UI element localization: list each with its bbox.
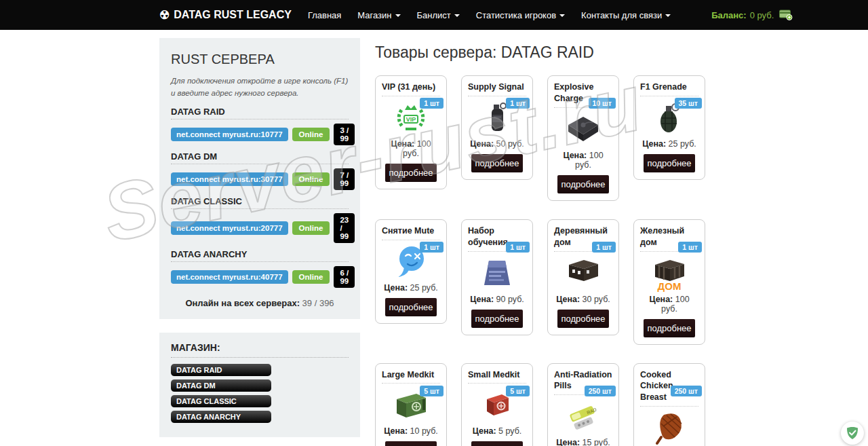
product-card: Железный домДОМ1 штЦена: 100 руб.подробн… xyxy=(633,219,705,345)
details-button[interactable]: подробнее xyxy=(385,164,437,182)
product-title: Large Medkit xyxy=(382,369,440,384)
price-label: Цена: xyxy=(556,438,580,446)
quantity-badge: 1 шт xyxy=(678,242,702,253)
navbar: ☢ DATAG RUST LEGACY ГлавнаяМагазинБанлис… xyxy=(0,0,868,30)
details-button[interactable]: подробнее xyxy=(471,154,523,172)
product-card: Anti-Radiation PillsRAD250 штЦена: 15 ру… xyxy=(547,363,619,446)
product-card: Набор обучения1 штЦена: 90 руб.подробнее xyxy=(461,219,533,335)
price-value: 10 руб. xyxy=(410,426,438,436)
servers-panel: RUST СЕРВЕРА Для подключения откройте в … xyxy=(159,38,360,319)
quantity-badge: 1 шт xyxy=(506,98,530,109)
quantity-badge: 1 шт xyxy=(420,98,443,109)
svg-text:ДОМ: ДОМ xyxy=(658,280,682,292)
product-title: Supply Signal xyxy=(468,81,526,96)
price-line: Цена: 10 руб. xyxy=(382,426,440,436)
connect-button[interactable]: net.connect myrust.ru:20777 xyxy=(171,221,288,235)
server-block: DATAG DMnet.connect myrust.ru:30777Onlin… xyxy=(171,151,349,190)
total-online-value: 39 / 396 xyxy=(302,298,334,308)
shop-server-button-3[interactable]: DATAG ANARCHY xyxy=(171,411,271,423)
shop-server-button-0[interactable]: DATAG RAID xyxy=(171,364,271,376)
iron-house-icon: ДОМ xyxy=(640,254,698,292)
server-block: DATAG CLASSICnet.connect myrust.ru:20777… xyxy=(171,196,349,243)
product-card: Small Medkit5 штЦена: 5 руб.подробнее xyxy=(461,363,533,446)
details-button[interactable]: подробнее xyxy=(471,310,523,328)
server-name: DATAG RAID xyxy=(171,107,349,119)
servers-panel-note: Для подключения откройте в игре консоль … xyxy=(171,75,349,100)
chevron-down-icon xyxy=(395,14,401,17)
site-logo[interactable]: ☢ DATAG RUST LEGACY xyxy=(159,9,292,21)
online-status-badge: Online xyxy=(292,221,330,235)
total-online: Онлайн на всех серверах: 39 / 396 xyxy=(171,298,349,308)
price-label: Цена: xyxy=(473,426,496,436)
svg-text:ДОМ: ДОМ xyxy=(572,280,595,292)
product-title: Small Medkit xyxy=(468,369,526,384)
server-name: DATAG DM xyxy=(171,151,349,164)
price-label: Цена: xyxy=(384,283,408,293)
connect-button[interactable]: net.connect myrust.ru:40777 xyxy=(171,270,288,284)
nav-item-label: Магазин xyxy=(357,10,391,20)
product-card: Деревянный домДОМ1 штЦена: 30 руб.подроб… xyxy=(547,219,619,335)
server-row: net.connect myrust.ru:10777Online3 / 99 xyxy=(171,124,349,145)
training-kit-icon xyxy=(468,254,526,292)
price-line: Цена: 50 руб. xyxy=(468,139,526,149)
product-card: F1 Grenade35 штЦена: 25 руб.подробнее xyxy=(633,75,705,180)
price-value: 30 руб. xyxy=(583,295,610,304)
shop-server-button-1[interactable]: DATAG DM xyxy=(171,379,271,392)
players-count-badge: 6 / 99 xyxy=(334,266,355,288)
nav-item-1[interactable]: Магазин xyxy=(349,10,408,20)
product-card: Large Medkit5 штЦена: 10 руб.подробнее xyxy=(375,363,447,446)
product-grid: VIP (31 день)VIP1 штЦена: 100 руб.подроб… xyxy=(375,75,709,446)
online-status-badge: Online xyxy=(292,128,330,141)
product-card: VIP (31 день)VIP1 штЦена: 100 руб.подроб… xyxy=(375,75,447,189)
price-line: Цена: 30 руб. xyxy=(554,295,612,304)
details-button[interactable]: подробнее xyxy=(471,441,523,446)
online-status-badge: Online xyxy=(292,270,330,284)
price-line: Цена: 25 руб. xyxy=(640,139,698,149)
price-label: Цена: xyxy=(470,295,494,304)
connect-button[interactable]: net.connect myrust.ru:30777 xyxy=(171,172,288,186)
nav-item-2[interactable]: Банлист xyxy=(409,10,468,20)
svg-text:VIP: VIP xyxy=(406,116,416,123)
price-line: Цена: 100 руб. xyxy=(640,295,698,314)
details-button[interactable]: подробнее xyxy=(644,154,695,172)
nav-item-0[interactable]: Главная xyxy=(300,10,349,20)
servers-panel-title: RUST СЕРВЕРА xyxy=(171,52,349,67)
logo-text: DATAG RUST LEGACY xyxy=(174,9,292,21)
price-line: Цена: 100 руб. xyxy=(382,139,440,158)
product-card: Cooked Chicken Breast250 штЦена: 10 руб.… xyxy=(633,363,705,446)
price-label: Цена: xyxy=(470,139,494,149)
shop-server-button-2[interactable]: DATAG CLASSIC xyxy=(171,395,271,407)
wooden-house-icon: ДОМ xyxy=(554,254,612,292)
nav-item-4[interactable]: Контакты для связи xyxy=(573,10,679,20)
adblock-shield-icon[interactable] xyxy=(841,422,864,445)
product-card: Explosive Charge10 штЦена: 100 руб.подро… xyxy=(547,75,619,201)
connect-button[interactable]: net.connect myrust.ru:10777 xyxy=(171,128,288,141)
balance-value: 0 руб. xyxy=(750,10,774,20)
nav-item-3[interactable]: Статистика игроков xyxy=(468,10,573,20)
price-value: 50 руб. xyxy=(496,139,524,149)
details-button[interactable]: подробнее xyxy=(557,175,609,193)
nav-item-label: Контакты для связи xyxy=(581,10,662,20)
quantity-badge: 1 шт xyxy=(506,242,530,253)
pills-icon: RAD xyxy=(554,397,612,435)
price-line: Цена: 100 руб. xyxy=(554,151,612,170)
details-button[interactable]: подробнее xyxy=(557,310,609,328)
product-card: Снятие Mute1 штЦена: 25 руб.подробнее xyxy=(375,219,447,324)
main-menu: ГлавнаяМагазинБанлистСтатистика игроковК… xyxy=(300,10,679,20)
players-count-badge: 7 / 99 xyxy=(334,168,355,190)
server-name: DATAG CLASSIC xyxy=(171,196,349,209)
explosive-charge-icon xyxy=(554,110,612,148)
product-title: Снятие Mute xyxy=(382,225,440,240)
balance[interactable]: Баланс: 0 руб. xyxy=(711,10,793,20)
product-card: Supply Signal1 штЦена: 50 руб.подробнее xyxy=(461,75,533,180)
details-button[interactable]: подробнее xyxy=(644,319,695,337)
details-button[interactable]: подробнее xyxy=(385,441,437,446)
details-button[interactable]: подробнее xyxy=(385,298,437,316)
price-label: Цена: xyxy=(563,151,587,160)
price-value: 90 руб. xyxy=(496,295,524,304)
quantity-badge: 1 шт xyxy=(420,242,443,253)
server-row: net.connect myrust.ru:40777Online6 / 99 xyxy=(171,266,349,288)
topup-card-icon[interactable] xyxy=(779,10,793,20)
total-online-label: Онлайн на всех серверах: xyxy=(185,298,300,308)
quantity-badge: 10 шт xyxy=(589,98,616,109)
